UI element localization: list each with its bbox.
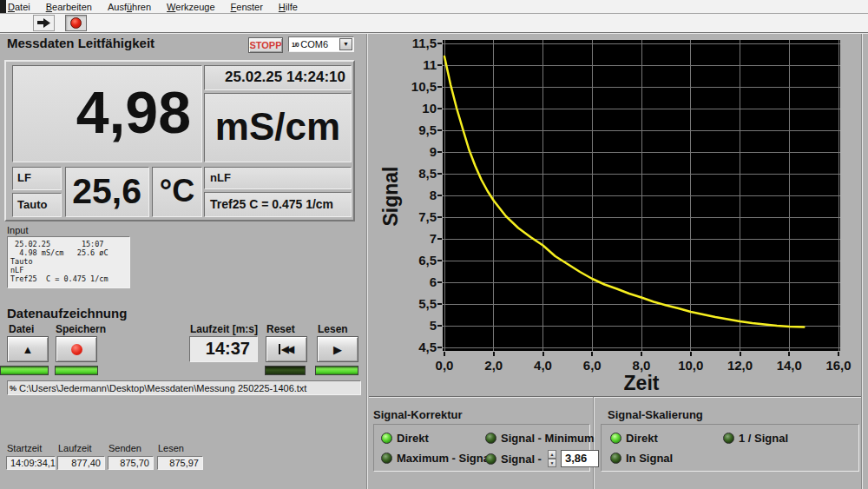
stopp-button[interactable]: STOPP xyxy=(248,37,283,53)
offset-spinner: ▲ ▼ xyxy=(548,450,556,467)
spinner-down-icon[interactable]: ▼ xyxy=(548,459,556,467)
x-tick-mark xyxy=(493,352,495,356)
y-tick-mark xyxy=(437,260,442,261)
signal-plot-svg xyxy=(443,40,840,351)
y-tick-label: 7,5 xyxy=(397,209,437,224)
record-icon xyxy=(71,344,82,355)
reset-button-label: Reset xyxy=(266,323,295,335)
y-tick-label: 6 xyxy=(397,274,437,289)
lesen-value: 875,97 xyxy=(157,456,203,470)
mode-nlf-display: nLF xyxy=(204,167,352,189)
option-skal-direkt[interactable]: Direkt xyxy=(610,432,658,445)
y-tick-label: 7 xyxy=(397,231,437,246)
io-port-icon: 1/0 xyxy=(289,42,300,48)
y-tick-mark xyxy=(437,303,442,305)
option-direkt[interactable]: Direkt xyxy=(381,432,429,445)
y-tick-mark xyxy=(437,173,442,175)
input-label: Input xyxy=(7,225,28,235)
y-tick-label: 11,5 xyxy=(397,36,437,50)
play-icon: ▶ xyxy=(333,344,342,355)
timestamp-display: 25.02.25 14:24:10 xyxy=(204,65,352,90)
x-tick-label: 4,0 xyxy=(522,358,565,373)
option-1-durch-signal[interactable]: 1 / Signal xyxy=(723,432,788,445)
option-ln-signal[interactable]: In Signal xyxy=(610,452,673,465)
x-tick-label: 6,0 xyxy=(570,358,614,373)
file-path-field[interactable]: % C:\Users\Jedermann\Desktop\Messdaten\M… xyxy=(7,380,361,395)
x-tick-mark xyxy=(838,352,839,356)
y-tick-mark xyxy=(437,325,442,327)
save-status-led xyxy=(55,366,98,375)
y-tick-mark xyxy=(437,281,442,283)
y-tick-mark xyxy=(437,347,442,348)
file-up-icon: ▲ xyxy=(23,344,34,355)
runtime-label: Laufzeit [m:s] xyxy=(185,323,258,335)
laufzeit-label: Laufzeit xyxy=(58,443,92,453)
mode-lf-display: LF xyxy=(12,167,62,190)
led-icon[interactable] xyxy=(723,433,734,444)
signal-korrektur-panel: Direkt Signal - Minimum Maximum - Signal… xyxy=(373,424,590,472)
input-monitor[interactable]: 25.02.25 15:07 4.98 mS/cm 25.6 øC Tauto … xyxy=(7,236,130,288)
plot-area xyxy=(443,40,840,351)
option-maximum-signal[interactable]: Maximum - Signal xyxy=(381,452,493,465)
signal-curve xyxy=(444,56,804,327)
read-button[interactable]: ▶ xyxy=(317,336,358,362)
led-icon[interactable] xyxy=(485,433,496,444)
run-icon xyxy=(36,17,51,29)
measurement-display-frame: 4,98 25.02.25 14:24:10 mS/cm LF Tauto 25… xyxy=(4,60,355,221)
y-tick-label: 5 xyxy=(397,318,437,333)
labview-front-panel: Datei Bearbeiten Ausführen Werkzeuge Fen… xyxy=(0,0,868,489)
x-tick-label: 0,0 xyxy=(423,358,466,373)
temperature-unit: °C xyxy=(152,167,202,217)
senden-label: Senden xyxy=(108,443,141,453)
temperature-value: 25,6 xyxy=(65,167,149,217)
x-axis-label: Zeit xyxy=(443,372,840,395)
menu-hilfe[interactable]: Hilfe xyxy=(271,1,306,13)
x-tick-label: 16,0 xyxy=(817,358,860,373)
conductivity-value: 4,98 xyxy=(12,65,202,162)
y-tick-label: 6,5 xyxy=(397,253,437,268)
option-signal-minimum[interactable]: Signal - Minimum xyxy=(485,432,595,445)
x-tick-label: 8,0 xyxy=(620,358,663,373)
x-tick-label: 14,0 xyxy=(767,358,811,373)
com-port-selector[interactable]: 1/0 COM6 ▼ xyxy=(288,36,354,52)
offset-value-field[interactable]: 3,86 xyxy=(561,450,599,467)
led-icon[interactable] xyxy=(610,433,621,444)
reset-status-led xyxy=(265,366,306,375)
x-tick-label: 12,0 xyxy=(719,358,762,373)
y-tick-label: 10,5 xyxy=(397,79,437,94)
option-signal-offset[interactable]: Signal - ▲ ▼ 3,86 xyxy=(485,450,599,467)
senden-value: 875,70 xyxy=(108,456,154,470)
y-tick-label: 4,5 xyxy=(397,340,437,354)
led-icon[interactable] xyxy=(381,433,392,444)
reset-button[interactable]: ◀◀ xyxy=(266,336,307,362)
y-tick-mark xyxy=(437,64,442,66)
x-tick-mark xyxy=(591,352,593,356)
read-button-label: Lesen xyxy=(318,323,348,335)
x-tick-mark xyxy=(690,352,692,356)
led-icon[interactable] xyxy=(485,453,496,465)
x-tick-mark xyxy=(444,352,445,356)
led-icon[interactable] xyxy=(610,453,621,464)
com-port-value: COM6 xyxy=(300,39,339,50)
y-tick-mark xyxy=(437,238,442,240)
dropdown-arrow-icon[interactable]: ▼ xyxy=(339,38,352,50)
menu-ausfuehren[interactable]: Ausführen xyxy=(100,1,159,13)
window-corner xyxy=(0,0,6,13)
file-path-value: C:\Users\Jedermann\Desktop\Messdaten\Mes… xyxy=(19,383,306,393)
x-tick-mark xyxy=(740,352,741,356)
signal-chart: Signal Zeit 11,51110,5109,598,587,576,56… xyxy=(369,33,868,396)
read-status-led xyxy=(315,366,358,375)
file-button[interactable]: ▲ xyxy=(7,336,49,362)
led-icon[interactable] xyxy=(381,453,392,464)
abort-button[interactable] xyxy=(65,15,87,31)
menu-bearbeiten[interactable]: Bearbeiten xyxy=(38,1,100,13)
startzeit-value: 14:09:34,1 xyxy=(6,456,56,470)
menu-werkzeuge[interactable]: Werkzeuge xyxy=(159,1,222,13)
save-button[interactable] xyxy=(56,336,97,362)
y-tick-label: 11 xyxy=(397,57,437,72)
run-button[interactable] xyxy=(33,15,55,31)
vertical-divider-highlight xyxy=(367,34,368,489)
y-tick-mark xyxy=(437,216,442,218)
spinner-up-icon[interactable]: ▲ xyxy=(548,450,556,459)
menu-fenster[interactable]: Fenster xyxy=(223,1,271,13)
